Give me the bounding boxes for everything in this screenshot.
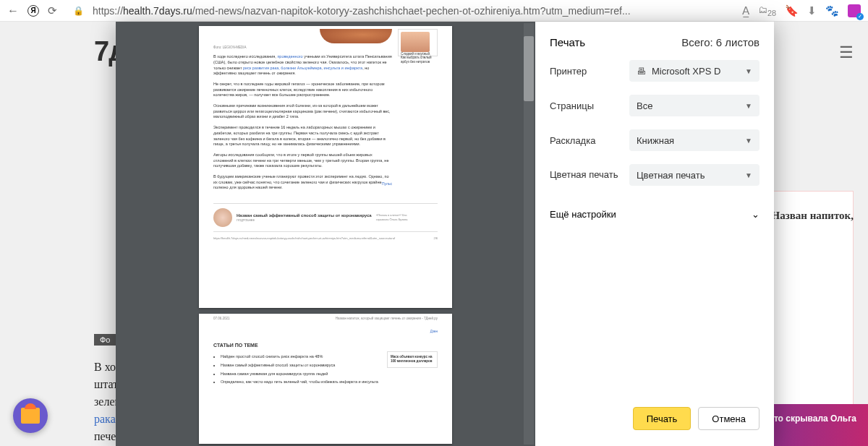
pages-select[interactable]: Все▼ <box>629 95 760 116</box>
print-preview-pane[interactable]: Фото: LEGION-MEDIA В ходе последнего исс… <box>116 22 535 446</box>
lock-icon[interactable]: 🔒 <box>73 6 84 16</box>
print-button[interactable]: Печать <box>633 407 692 430</box>
reload-button[interactable]: ⟳ <box>48 4 57 17</box>
print-dialog-title: Печать <box>550 36 585 48</box>
chevron-down-icon: ▼ <box>745 102 752 110</box>
color-select[interactable]: Цветная печать▼ <box>629 164 760 186</box>
preview-page2-side: Маск объявил конкурс на 100 миллионов до… <box>387 351 438 368</box>
more-settings-toggle[interactable]: Ещё настройки ⌄ <box>550 199 760 230</box>
photo-caption: Фо <box>94 334 116 346</box>
chevron-down-icon: ▼ <box>745 67 752 75</box>
pulse-link: Пульс <box>382 181 392 186</box>
print-settings-pane: Печать Всего: 6 листов Принтер 🖶Microsof… <box>535 22 774 446</box>
url-path: /med-news/nazvan-napitok-kotoryy-zashchi… <box>192 5 631 17</box>
printer-label: Принтер <box>550 66 629 77</box>
print-dialog: Фото: LEGION-MEDIA В ходе последнего исс… <box>116 22 774 446</box>
chevron-down-icon: ⌄ <box>752 209 760 220</box>
chevron-down-icon: ▼ <box>745 171 752 179</box>
yandex-logo-icon[interactable]: Я <box>27 5 39 17</box>
extension-badge-icon[interactable]: ✓ <box>848 4 861 17</box>
cancel-button[interactable]: Отмена <box>698 407 760 430</box>
menu-icon[interactable]: ☰ <box>839 43 854 62</box>
layout-select[interactable]: Книжная▼ <box>629 129 760 151</box>
preview-hero-image <box>320 29 392 43</box>
preview-page-2: 07.06.2021 Назван напиток, который защищ… <box>199 314 452 444</box>
url-host: health.7days.ru <box>123 5 192 17</box>
chevron-down-icon: ▼ <box>745 137 752 145</box>
preview-page-1: Фото: LEGION-MEDIA В ходе последнего исс… <box>199 26 452 308</box>
sidebar-card-title: Назван напиток, <box>772 210 854 222</box>
preview-side-box: Сладкий и вкусный. Как выбрать спелый ар… <box>398 29 438 56</box>
printer-select[interactable]: 🖶Microsoft XPS D ▼ <box>629 60 760 82</box>
preview-promo-row: Назван самый эффективный способ защиты о… <box>213 203 438 232</box>
printer-icon: 🖶 <box>637 66 646 77</box>
address-bar[interactable]: https://health.7days.ru/med-news/nazvan-… <box>93 5 733 17</box>
preview-scrollbar-thumb[interactable] <box>524 36 534 101</box>
bookmark-icon[interactable]: 🔖 <box>785 4 799 17</box>
browser-toolbar: ← Я ⟳ 🔒 https://health.7days.ru/med-news… <box>0 0 868 22</box>
url-scheme: https:// <box>93 5 123 17</box>
reader-mode-icon[interactable]: A̲ <box>742 4 749 17</box>
pages-label: Страницы <box>550 100 629 111</box>
gift-icon <box>21 408 40 424</box>
back-button[interactable]: ← <box>7 4 19 17</box>
gift-button[interactable] <box>13 398 48 433</box>
layout-label: Раскладка <box>550 135 629 146</box>
tab-counter[interactable]: 🗂28 <box>758 4 776 17</box>
downloads-icon[interactable]: ⬇ <box>807 4 817 17</box>
preview-promo-thumb <box>213 208 232 227</box>
color-label: Цветная печать <box>550 169 629 181</box>
extension-animal-icon[interactable]: 🐾 <box>825 4 839 17</box>
print-total-sheets: Всего: 6 листов <box>681 36 760 48</box>
